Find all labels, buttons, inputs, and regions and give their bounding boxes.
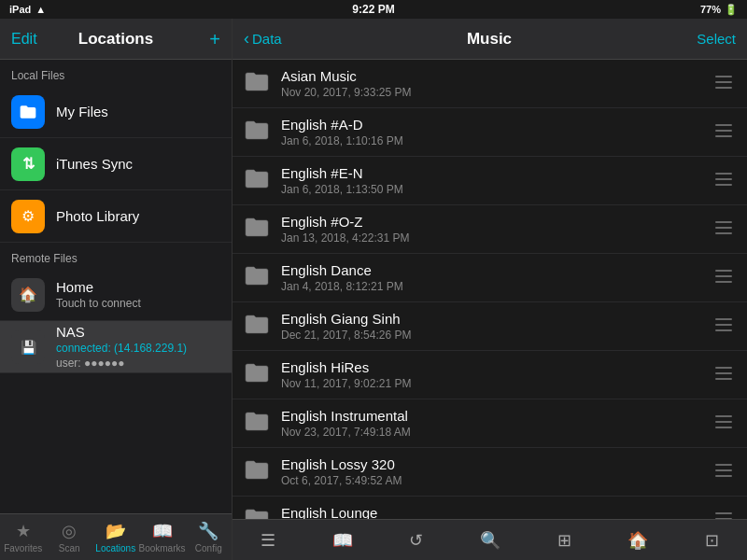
main-layout: Edit Locations + Local Files My Files (0, 19, 747, 560)
select-button[interactable]: Select (697, 31, 736, 47)
file-item[interactable]: English Dance Jan 4, 2018, 8:12:21 PM (233, 254, 747, 302)
file-info: English Giang Sinh Dec 21, 2017, 8:54:26… (281, 311, 700, 342)
file-name: English Lossy 320 (281, 456, 700, 472)
file-date: Oct 6, 2017, 5:49:52 AM (281, 474, 700, 487)
folder-icon (244, 265, 270, 291)
my-files-icon (11, 95, 45, 129)
toolbar-menu-icon[interactable]: ☰ (249, 525, 287, 556)
right-toolbar: ☰ 📖 ↺ 🔍 ⊞ 🏠 ⊡ (233, 519, 747, 560)
svg-rect-14 (715, 281, 732, 283)
sidebar-item-photo-library[interactable]: ⚙ Photo Library (0, 190, 232, 243)
svg-rect-21 (715, 415, 732, 417)
file-item[interactable]: English Lounge Dec 31, 2017, 2:47:15 PM (233, 497, 747, 519)
folder-icon (244, 362, 270, 388)
file-menu-icon[interactable] (712, 120, 736, 145)
file-item[interactable]: English Instrumental Nov 23, 2017, 7:49:… (233, 399, 747, 448)
sidebar-item-itunes-sync[interactable]: ⇅ iTunes Sync (0, 138, 232, 190)
file-name: English Dance (281, 262, 700, 278)
file-menu-icon[interactable] (712, 72, 736, 96)
back-label: Data (252, 31, 282, 47)
status-bar: iPad ▲ 9:22 PM 77% 🔋 (0, 0, 747, 19)
add-button[interactable]: + (209, 30, 220, 49)
right-panel: ‹ Data Music Select Asian Music Nov 20, … (233, 19, 747, 560)
file-item[interactable]: English Giang Sinh Dec 21, 2017, 8:54:26… (233, 302, 747, 351)
tab-favorites[interactable]: ★ Favorites (0, 521, 47, 553)
file-name: English #E-N (281, 165, 700, 181)
toolbar-search-icon[interactable]: 🔍 (469, 525, 512, 556)
svg-rect-3 (715, 124, 732, 126)
file-info: English Lounge Dec 31, 2017, 2:47:15 PM (281, 505, 700, 519)
file-date: Jan 6, 2018, 1:10:16 PM (281, 134, 700, 147)
file-info: English Lossy 320 Oct 6, 2017, 5:49:52 A… (281, 456, 700, 487)
sidebar-item-nas[interactable]: 💾 NAS connected: (14.168.229.1) user: ●●… (0, 321, 232, 373)
sidebar-header: Edit Locations + (0, 19, 232, 60)
file-item[interactable]: English #A-D Jan 6, 2018, 1:10:16 PM (233, 108, 747, 157)
sidebar-item-home[interactable]: 🏠 Home Touch to connect (0, 269, 232, 321)
folder-icon (244, 119, 270, 146)
photo-library-icon: ⚙ (11, 200, 45, 233)
tab-locations[interactable]: 📂 Locations (92, 521, 139, 553)
svg-rect-23 (715, 427, 732, 428)
sidebar: Edit Locations + Local Files My Files (0, 19, 233, 560)
file-menu-icon[interactable] (712, 169, 736, 193)
toolbar-bookmarks-icon[interactable]: 📖 (321, 525, 364, 556)
file-list: Asian Music Nov 20, 2017, 9:33:25 PM Eng… (233, 60, 747, 519)
file-menu-icon[interactable] (712, 363, 736, 387)
file-menu-icon[interactable] (712, 315, 736, 339)
svg-rect-4 (715, 130, 732, 132)
toolbar-share-icon[interactable]: ⊡ (694, 525, 730, 556)
svg-rect-22 (715, 421, 732, 423)
svg-rect-19 (715, 372, 732, 374)
svg-rect-6 (715, 173, 732, 175)
tab-bookmarks[interactable]: 📖 Bookmarks (139, 521, 186, 553)
config-label: Config (195, 543, 222, 553)
file-name: English #A-D (281, 117, 700, 133)
remote-files-label: Remote Files (0, 243, 232, 269)
svg-rect-18 (715, 367, 732, 369)
favorites-label: Favorites (4, 543, 42, 553)
home-icon: 🏠 (11, 278, 45, 312)
svg-rect-7 (715, 178, 732, 180)
battery-icon: 🔋 (725, 4, 738, 16)
file-name: English Lounge (281, 505, 700, 519)
toolbar-refresh-icon[interactable]: ↺ (398, 525, 434, 556)
itunes-sync-text: iTunes Sync (56, 156, 220, 172)
file-date: Dec 21, 2017, 8:54:26 PM (281, 329, 700, 342)
file-menu-icon[interactable] (712, 509, 736, 520)
file-menu-icon[interactable] (712, 266, 736, 290)
svg-rect-1 (715, 81, 732, 83)
file-menu-icon[interactable] (712, 460, 736, 484)
tab-config[interactable]: 🔧 Config (186, 521, 233, 553)
folder-icon (244, 508, 270, 520)
svg-rect-20 (715, 378, 732, 380)
sidebar-item-my-files[interactable]: My Files (0, 86, 232, 138)
folder-icon (244, 459, 270, 485)
folder-icon (244, 314, 270, 340)
file-item[interactable]: English Lossy 320 Oct 6, 2017, 5:49:52 A… (233, 448, 747, 497)
svg-rect-8 (715, 184, 732, 186)
file-menu-icon[interactable] (712, 412, 736, 436)
config-icon: 🔧 (198, 521, 218, 541)
tab-scan[interactable]: ◎ Scan (47, 521, 93, 553)
toolbar-grid-icon[interactable]: ⊞ (546, 525, 583, 556)
file-name: English HiRes (281, 359, 700, 375)
svg-rect-5 (715, 135, 732, 137)
home-text: Home Touch to connect (56, 279, 220, 310)
edit-button[interactable]: Edit (11, 31, 37, 48)
file-item[interactable]: English #E-N Jan 6, 2018, 1:13:50 PM (233, 157, 747, 205)
file-date: Jan 13, 2018, 4:22:31 PM (281, 231, 700, 245)
file-menu-icon[interactable] (712, 217, 736, 242)
folder-icon (244, 71, 270, 97)
svg-rect-11 (715, 232, 732, 234)
file-item[interactable]: English #O-Z Jan 13, 2018, 4:22:31 PM (233, 205, 747, 254)
folder-icon (244, 168, 270, 194)
back-button[interactable]: ‹ Data (244, 29, 282, 49)
right-panel-title: Music (282, 30, 698, 49)
file-item[interactable]: English HiRes Nov 11, 2017, 9:02:21 PM (233, 351, 747, 399)
file-info: English HiRes Nov 11, 2017, 9:02:21 PM (281, 359, 700, 390)
folder-icon (244, 411, 270, 437)
svg-rect-26 (715, 475, 732, 477)
file-item[interactable]: Asian Music Nov 20, 2017, 9:33:25 PM (233, 60, 747, 108)
toolbar-home-icon[interactable]: 🏠 (616, 525, 659, 556)
status-left: iPad ▲ (9, 4, 46, 15)
